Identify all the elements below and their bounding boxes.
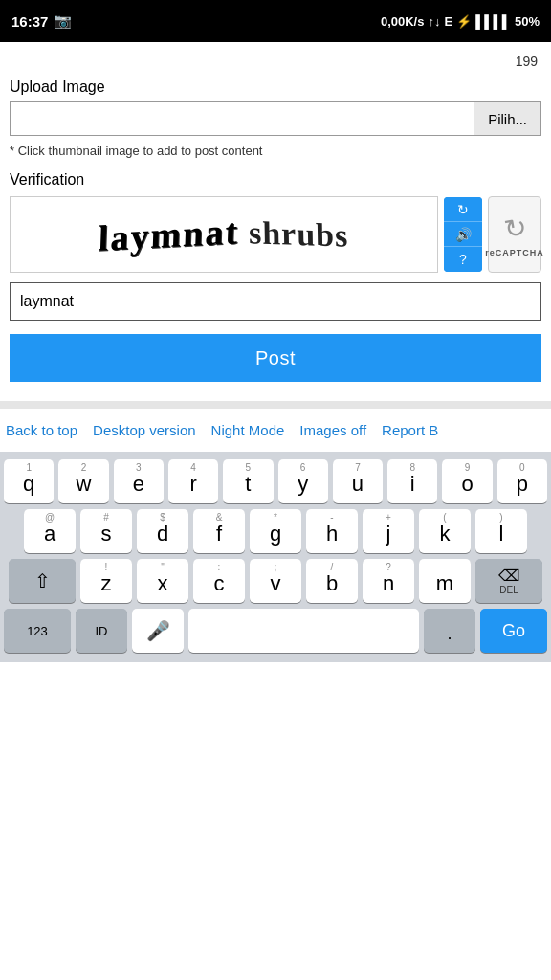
keyboard-row-2: @a #s $d &f *g -h +j (k )l xyxy=(4,509,547,553)
captcha-row: laymnat shrubs ↻ 🔊 ? ↻ reCAPTCHA xyxy=(10,196,541,273)
key-x[interactable]: "x xyxy=(137,559,188,603)
key-mic[interactable]: 🎤 xyxy=(132,609,184,653)
key-z[interactable]: !z xyxy=(80,559,132,603)
captcha-word2: shrubs xyxy=(249,214,349,255)
key-p[interactable]: 0p xyxy=(497,459,547,503)
key-delete[interactable]: ⌫ DEL xyxy=(475,559,542,603)
footer-link-night-mode[interactable]: Night Mode xyxy=(204,422,293,438)
key-u[interactable]: 7u xyxy=(333,459,383,503)
key-space[interactable] xyxy=(188,609,419,653)
status-time: 16:37 xyxy=(11,13,48,30)
battery-icon: ▌▌▌▌ xyxy=(475,14,511,29)
captcha-image: laymnat shrubs xyxy=(10,196,438,273)
status-battery: 50% xyxy=(515,14,540,29)
captcha-controls: ↻ 🔊 ? xyxy=(444,197,482,272)
footer-link-back-to-top[interactable]: Back to top xyxy=(6,422,85,438)
key-b[interactable]: /b xyxy=(306,559,358,603)
key-period[interactable]: . xyxy=(424,609,475,653)
captcha-word1: laymnat xyxy=(98,210,240,259)
status-network: 0,00K/s xyxy=(381,14,425,29)
captcha-input[interactable] xyxy=(10,282,541,321)
footer-link-desktop[interactable]: Desktop version xyxy=(85,422,204,438)
page-number: 199 xyxy=(10,50,541,71)
section-divider xyxy=(0,401,551,409)
key-e[interactable]: 3e xyxy=(114,459,164,503)
footer-links: Back to top Desktop version Night Mode I… xyxy=(0,409,551,452)
keyboard-row-1: 1q 2w 3e 4r 5t 6y 7u 8i 9o 0p xyxy=(4,459,547,503)
key-y[interactable]: 6y xyxy=(278,459,328,503)
key-s[interactable]: #s xyxy=(80,509,132,553)
post-button[interactable]: Post xyxy=(10,334,541,382)
keyboard: 1q 2w 3e 4r 5t 6y 7u 8i 9o 0p @a #s $d &… xyxy=(0,452,551,662)
key-m[interactable]: m xyxy=(419,559,471,603)
key-f[interactable]: &f xyxy=(193,509,245,553)
bolt-icon: ⚡ xyxy=(456,14,472,29)
captcha-refresh-btn[interactable]: ↻ xyxy=(444,197,482,222)
key-go[interactable]: Go xyxy=(480,609,547,653)
key-d[interactable]: $d xyxy=(137,509,188,553)
key-g[interactable]: *g xyxy=(250,509,301,553)
footer-link-images-off[interactable]: Images off xyxy=(292,422,374,438)
main-content: 199 Upload Image Pilih... * Click thumbn… xyxy=(0,42,551,390)
verification-label: Verification xyxy=(10,171,541,189)
keyboard-row-3: ⇧ !z "x :c ;v /b ?n m ⌫ DEL xyxy=(4,559,547,603)
status-carrier: E xyxy=(444,14,452,29)
recaptcha-label: reCAPTCHA xyxy=(485,248,544,257)
key-v[interactable]: ;v xyxy=(250,559,301,603)
upload-hint: * Click thumbnail image to add to post c… xyxy=(10,144,541,158)
upload-image-label: Upload Image xyxy=(10,78,541,96)
captcha-audio-btn[interactable]: 🔊 xyxy=(444,222,482,247)
key-q[interactable]: 1q xyxy=(4,459,54,503)
key-n[interactable]: ?n xyxy=(363,559,414,603)
captcha-help-btn[interactable]: ? xyxy=(444,247,482,272)
key-c[interactable]: :c xyxy=(193,559,245,603)
key-w[interactable]: 2w xyxy=(58,459,108,503)
upload-input[interactable] xyxy=(10,101,474,136)
key-r[interactable]: 4r xyxy=(168,459,218,503)
upload-button[interactable]: Pilih... xyxy=(474,101,541,136)
recaptcha-arrow-icon: ↻ xyxy=(501,211,528,245)
key-id[interactable]: ID xyxy=(76,609,127,653)
key-t[interactable]: 5t xyxy=(223,459,273,503)
recaptcha-button[interactable]: ↻ reCAPTCHA xyxy=(488,196,541,273)
key-a[interactable]: @a xyxy=(24,509,76,553)
signal-icon: ↑↓ xyxy=(428,14,440,29)
key-123[interactable]: 123 xyxy=(4,609,71,653)
upload-row: Pilih... xyxy=(10,101,541,136)
key-shift[interactable]: ⇧ xyxy=(9,559,76,603)
key-i[interactable]: 8i xyxy=(387,459,437,503)
keyboard-row-4: 123 ID 🎤 . Go xyxy=(4,609,547,653)
key-h[interactable]: -h xyxy=(306,509,358,553)
key-o[interactable]: 9o xyxy=(442,459,492,503)
microphone-icon: 🎤 xyxy=(146,619,170,642)
key-l[interactable]: )l xyxy=(475,509,527,553)
status-app-icon: 📷 xyxy=(54,12,72,30)
key-j[interactable]: +j xyxy=(363,509,414,553)
key-k[interactable]: (k xyxy=(419,509,471,553)
footer-link-report[interactable]: Report B xyxy=(374,422,446,438)
status-bar: 16:37 📷 0,00K/s ↑↓ E ⚡ ▌▌▌▌ 50% xyxy=(0,0,551,42)
